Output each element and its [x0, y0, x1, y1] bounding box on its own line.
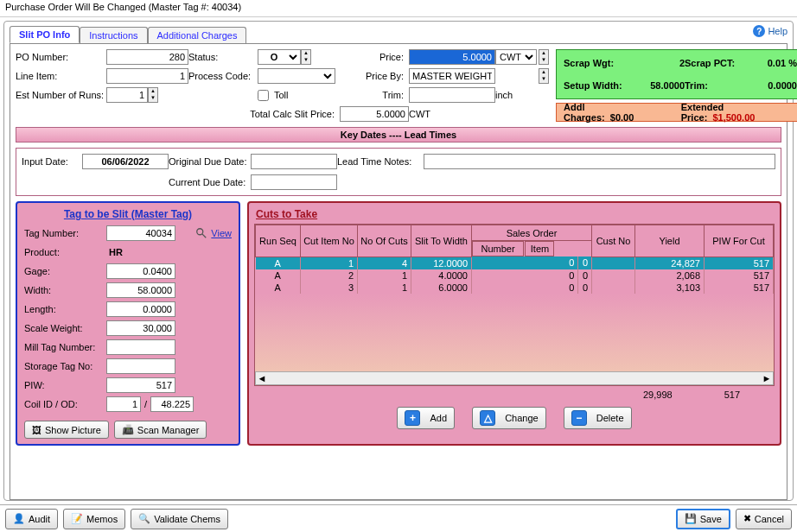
- price-by-label: Price By:: [340, 71, 409, 81]
- status-select[interactable]: O: [258, 49, 301, 65]
- length-value: [106, 301, 175, 317]
- change-cut-button[interactable]: △ Change: [472, 407, 546, 429]
- col-salesorder-item: Item: [525, 241, 554, 256]
- svg-line-1: [202, 234, 206, 238]
- tag-number-input[interactable]: [106, 225, 175, 241]
- yield-total: 29,998: [643, 390, 673, 400]
- scan-manager-button[interactable]: 📠 Scan Manager: [114, 421, 207, 439]
- tab-slit-po-info[interactable]: Slit PO Info: [10, 26, 80, 43]
- coil-od-value: [150, 396, 194, 412]
- scrap-summary-box: Scrap Wgt:2 Scrap PCT:0.01 % Setup Width…: [556, 49, 797, 99]
- col-yield: Yield: [635, 225, 705, 257]
- mill-tag-input[interactable]: [106, 339, 175, 355]
- grid-hscroll[interactable]: ◄ ►: [255, 371, 774, 385]
- scroll-left-icon[interactable]: ◄: [256, 373, 268, 383]
- toll-label: Toll: [274, 90, 289, 100]
- memos-icon: 📝: [71, 513, 83, 524]
- charges-box: Addl Charges: $0.00 Extended Price: $1,5…: [556, 103, 797, 122]
- cancel-icon: ✖: [743, 513, 751, 524]
- audit-button[interactable]: 👤Audit: [5, 509, 58, 529]
- price-unit-spinner[interactable]: ▲▼: [539, 49, 549, 65]
- price-input[interactable]: [409, 49, 495, 65]
- product-value: [106, 244, 175, 260]
- tag-number-label: Tag Number:: [24, 228, 106, 238]
- scroll-right-icon[interactable]: ►: [761, 373, 773, 383]
- cuts-panel-title: Cuts to Take: [256, 208, 775, 220]
- length-label: Length:: [24, 304, 106, 314]
- table-row[interactable]: A316.0000003,103517: [256, 282, 774, 294]
- line-item-input[interactable]: [106, 68, 188, 84]
- window-title: Purchase Order Will Be Changed (Master T…: [0, 0, 797, 17]
- search-icon: 🔍: [138, 513, 150, 524]
- toll-checkbox[interactable]: [258, 90, 269, 101]
- minus-icon: −: [571, 410, 587, 426]
- help-label: Help: [768, 26, 787, 36]
- scale-weight-value: [106, 320, 175, 336]
- status-spinner[interactable]: ▲▼: [301, 49, 311, 65]
- plus-icon: +: [405, 410, 420, 426]
- input-date-label: Input Date:: [22, 156, 82, 167]
- process-code-select[interactable]: [258, 68, 335, 84]
- col-noofcuts: No Of Cuts: [358, 225, 411, 257]
- svg-point-0: [197, 229, 203, 235]
- est-runs-label: Est Number of Runs:: [16, 90, 106, 100]
- price-unit-select[interactable]: CWT: [495, 49, 537, 65]
- storage-tag-input[interactable]: [106, 358, 175, 374]
- help-icon: ?: [753, 25, 765, 37]
- piw-total: 517: [724, 390, 740, 400]
- current-due-field[interactable]: [251, 174, 337, 190]
- search-tag-icon[interactable]: [195, 227, 207, 239]
- total-calc-value: [340, 106, 409, 122]
- add-cut-button[interactable]: + Add: [397, 407, 455, 429]
- product-label: Product:: [24, 247, 106, 257]
- lead-notes-field[interactable]: [424, 154, 775, 169]
- status-label: Status:: [188, 52, 258, 62]
- delete-cut-button[interactable]: − Delete: [564, 407, 632, 429]
- triangle-icon: △: [480, 410, 495, 426]
- table-row[interactable]: A214.0000002,068517: [256, 269, 774, 282]
- col-custno: Cust No: [592, 225, 635, 257]
- price-by-spinner[interactable]: ▲▼: [539, 68, 549, 84]
- original-due-field[interactable]: [251, 154, 337, 169]
- show-picture-button[interactable]: 🖼 Show Picture: [24, 421, 109, 439]
- disk-icon: 💾: [685, 513, 697, 524]
- total-calc-unit: CWT: [409, 109, 495, 119]
- line-item-label: Line Item:: [16, 71, 106, 81]
- process-code-label: Process Code:: [188, 71, 258, 81]
- tag-panel-title: Tag to be Slit (Master Tag): [24, 208, 232, 220]
- trim-input[interactable]: [409, 87, 495, 103]
- view-link[interactable]: View: [211, 228, 232, 238]
- width-label: Width:: [24, 285, 106, 295]
- coil-id-od-label: Coil ID / OD:: [24, 399, 106, 409]
- coil-sep: /: [144, 399, 147, 409]
- piw-label: PIW:: [24, 380, 106, 390]
- validate-chems-button[interactable]: 🔍Validate Chems: [131, 509, 228, 529]
- scanner-icon: 📠: [122, 424, 134, 435]
- tab-addl-charges[interactable]: Additional Charges: [148, 27, 247, 43]
- col-cutitemno: Cut Item No: [301, 225, 358, 257]
- piw-value: [106, 377, 175, 393]
- lead-notes-label: Lead Time Notes:: [337, 156, 424, 167]
- price-label: Price:: [340, 52, 409, 62]
- storage-tag-label: Storage Tag No:: [24, 361, 106, 371]
- tab-instructions[interactable]: Instructions: [80, 27, 147, 43]
- est-runs-input[interactable]: [106, 87, 148, 103]
- cuts-table[interactable]: Run Seq Cut Item No No Of Cuts Slit To W…: [255, 225, 774, 294]
- po-number-input[interactable]: [106, 49, 188, 65]
- col-salesorder: Sales Order: [472, 225, 592, 241]
- scale-weight-label: Scale Weight:: [24, 323, 106, 333]
- price-by-input[interactable]: [409, 68, 495, 84]
- table-row[interactable]: A1412.00000024,827517: [256, 256, 774, 269]
- po-number-label: PO Number:: [16, 52, 106, 62]
- help-button[interactable]: ? Help: [753, 25, 787, 37]
- cancel-button[interactable]: ✖Cancel: [736, 509, 792, 529]
- save-button[interactable]: 💾Save: [676, 509, 730, 529]
- input-date-field[interactable]: [82, 154, 169, 169]
- mill-tag-label: Mill Tag Number:: [24, 342, 106, 352]
- coil-id-value: [106, 396, 141, 412]
- gage-label: Gage:: [24, 266, 106, 276]
- col-slittowidth: Slit To Width: [411, 225, 472, 257]
- picture-icon: 🖼: [32, 425, 41, 435]
- memos-button[interactable]: 📝Memos: [63, 509, 125, 529]
- est-runs-spinner[interactable]: ▲▼: [148, 87, 158, 103]
